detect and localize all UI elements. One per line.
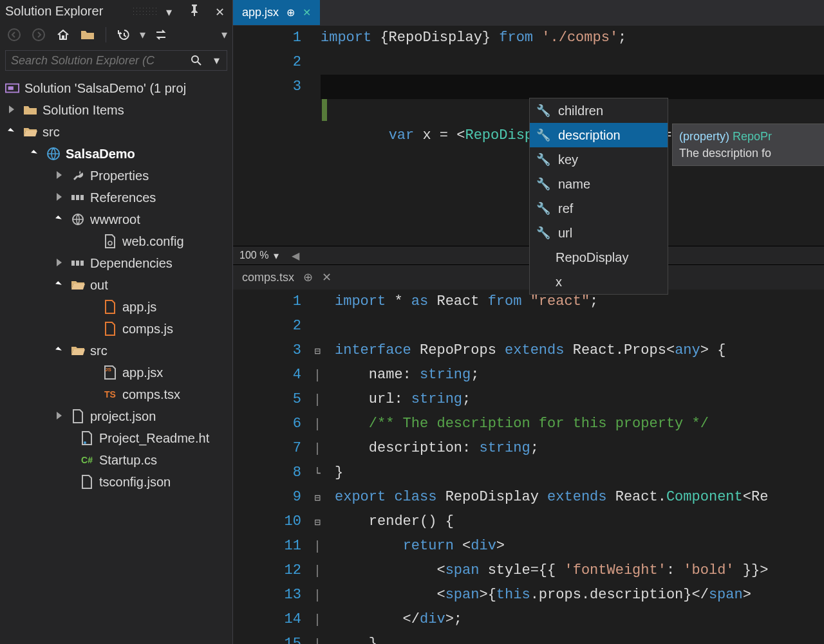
home-icon[interactable]: [54, 26, 72, 44]
drag-handle-icon[interactable]: [132, 6, 158, 15]
pin-icon[interactable]: ⊕: [286, 6, 295, 19]
folder-open-icon: [23, 125, 37, 139]
expand-icon[interactable]: [57, 259, 66, 268]
dropdown-icon[interactable]: ▾: [140, 28, 145, 42]
wrench-icon: 🔧: [536, 226, 550, 240]
sync-icon[interactable]: [152, 26, 170, 44]
svg-rect-6: [71, 195, 75, 200]
editor-comps-tsx[interactable]: 1 2 3 4 5 6 7 8 9 10 11 12 13 14 15 ⊟│││…: [233, 290, 824, 644]
intellisense-item-description[interactable]: 🔧 description: [530, 123, 668, 147]
tree-item-tsconfig[interactable]: tsconfig.json: [0, 471, 232, 493]
tree-item-src[interactable]: src: [0, 121, 232, 143]
tree-item-dependencies[interactable]: Dependencies: [0, 252, 232, 274]
collapse-icon[interactable]: [57, 346, 66, 355]
code-area[interactable]: import * as React from "react"; interfac…: [324, 290, 824, 644]
tree-item-appjs[interactable]: app.js: [0, 296, 232, 318]
wrench-icon: 🔧: [536, 128, 550, 142]
editor-tab-strip: app.jsx ⊕ ✕: [233, 0, 824, 26]
ts-file-icon: TS: [103, 387, 117, 401]
intellisense-item-url[interactable]: 🔧 url: [530, 221, 668, 245]
solution-explorer-toolbar: ▾ ▾: [0, 22, 232, 48]
intellisense-popup[interactable]: 🔧 children 🔧 description 🔧 key 🔧 name 🔧 …: [529, 98, 668, 295]
tree-item-readme[interactable]: Project_Readme.ht: [0, 427, 232, 449]
tree-item-compstsx[interactable]: TS comps.tsx: [0, 383, 232, 405]
html-file-icon: [80, 431, 94, 445]
json-file-icon: [80, 475, 94, 489]
dependencies-icon: [71, 256, 85, 270]
tree-item-webconfig[interactable]: web.config: [0, 230, 232, 252]
folder-icon: [23, 103, 37, 117]
tree-item-src-inner[interactable]: src: [0, 340, 232, 362]
line-number-gutter: 1 2 3: [233, 26, 310, 246]
fold-gutter[interactable]: ⊟││││└ ⊟⊟│││││: [310, 290, 324, 644]
expand-icon[interactable]: [57, 412, 66, 421]
wrench-icon: 🔧: [536, 152, 550, 167]
chevron-down-icon[interactable]: ▾: [162, 5, 177, 20]
intellisense-item-ref[interactable]: 🔧 ref: [530, 196, 668, 221]
svg-rect-11: [71, 261, 75, 266]
zoom-level[interactable]: 100 %: [239, 250, 268, 261]
line-number-gutter: 1 2 3 4 5 6 7 8 9 10 11 12 13 14 15: [233, 290, 310, 644]
tree-item-appjsx[interactable]: JS app.jsx: [0, 362, 232, 383]
intellisense-item-name[interactable]: 🔧 name: [530, 172, 668, 196]
tree-item-wwwroot[interactable]: wwwroot: [0, 208, 232, 230]
svg-point-1: [33, 29, 44, 41]
tree-item-properties[interactable]: Properties: [0, 165, 232, 187]
tree-item-solution-items[interactable]: Solution Items: [0, 99, 232, 121]
tree-item-compsjs[interactable]: comps.js: [0, 318, 232, 340]
svg-point-2: [192, 56, 198, 62]
folder-icon[interactable]: [79, 26, 97, 44]
intellisense-item-children[interactable]: 🔧 children: [530, 98, 668, 123]
forward-icon[interactable]: [30, 26, 48, 44]
svg-text:JS: JS: [105, 367, 111, 373]
chevron-down-icon[interactable]: ▾: [274, 250, 279, 262]
tree-item-projectjson[interactable]: project.json: [0, 405, 232, 427]
expand-icon[interactable]: [9, 106, 18, 115]
search-icon[interactable]: [186, 50, 207, 71]
close-icon[interactable]: ✕: [322, 270, 332, 284]
overflow-menu-icon[interactable]: ▾: [221, 28, 227, 42]
collapse-icon[interactable]: [57, 281, 66, 290]
tree-item-references[interactable]: References: [0, 187, 232, 208]
panel-title: Solution Explorer: [5, 4, 132, 19]
solution-node[interactable]: Solution 'SalsaDemo' (1 proj: [0, 77, 232, 99]
globe-icon: [71, 212, 85, 226]
collapse-icon[interactable]: [32, 149, 41, 158]
intellisense-item-key[interactable]: 🔧 key: [530, 147, 668, 172]
svg-rect-13: [80, 261, 84, 266]
expand-icon[interactable]: [57, 171, 66, 180]
intellisense-item-x[interactable]: x: [530, 270, 668, 294]
history-icon[interactable]: [115, 26, 133, 44]
tree-item-out[interactable]: out: [0, 274, 232, 296]
web-project-icon: [46, 147, 61, 161]
scroll-left-icon[interactable]: ◀: [292, 250, 299, 262]
editor-area: app.jsx ⊕ ✕ 1 2 3 import {RepoDisplay} f…: [233, 0, 824, 644]
solution-explorer-search: ▾: [0, 48, 232, 73]
line-status-icon: [322, 99, 327, 121]
folder-open-icon: [71, 278, 85, 292]
zoom-bar: 100 % ▾ ◀: [233, 246, 824, 265]
collapse-icon[interactable]: [57, 215, 66, 224]
pin-icon[interactable]: [187, 3, 202, 18]
tab-comps-tsx[interactable]: comps.tsx ⊕ ✕: [233, 265, 341, 290]
tree-item-salsademo[interactable]: SalsaDemo: [0, 143, 232, 165]
search-dropdown-icon[interactable]: ▾: [207, 50, 227, 71]
svg-rect-12: [76, 261, 79, 266]
close-icon[interactable]: ✕: [303, 6, 311, 19]
close-icon[interactable]: ✕: [212, 5, 227, 20]
wrench-icon: 🔧: [536, 104, 550, 118]
solution-explorer-tree[interactable]: Solution 'SalsaDemo' (1 proj Solution It…: [0, 73, 232, 493]
wrench-icon: [71, 169, 85, 183]
back-icon[interactable]: [5, 26, 23, 44]
search-input[interactable]: [5, 50, 186, 71]
svg-rect-7: [76, 195, 79, 200]
pin-icon[interactable]: ⊕: [303, 270, 313, 284]
wrench-icon: 🔧: [536, 201, 550, 216]
expand-icon[interactable]: [57, 193, 66, 202]
config-file-icon: [103, 234, 117, 248]
tree-item-startupcs[interactable]: C# Startup.cs: [0, 449, 232, 471]
intellisense-item-repodisplay[interactable]: RepoDisplay: [530, 245, 668, 270]
wrench-icon: 🔧: [536, 177, 550, 191]
collapse-icon[interactable]: [9, 127, 18, 136]
tab-app-jsx[interactable]: app.jsx ⊕ ✕: [233, 0, 320, 25]
